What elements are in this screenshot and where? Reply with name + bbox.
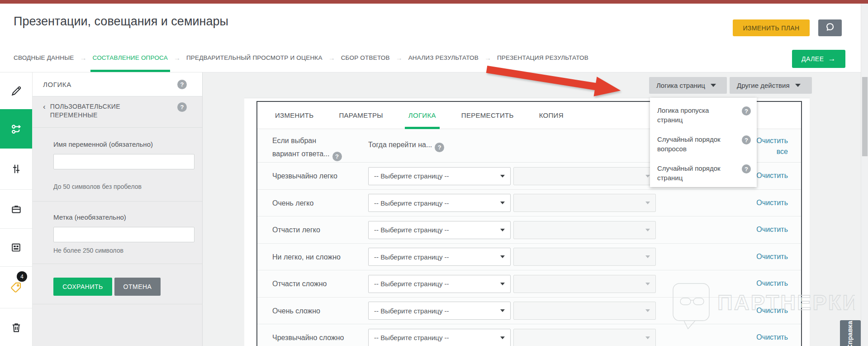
page-select-dropdown[interactable]: -- Выберите страницу --	[368, 275, 511, 293]
if-answer-header: Если выбран вариант ответа...?	[272, 134, 342, 161]
nav-arrow-icon: →	[484, 54, 491, 62]
variable-name-label: Имя переменной (обязательно)	[53, 140, 153, 148]
nav-step-0[interactable]: СВОДНЫЕ ДАННЫЕ	[14, 43, 74, 72]
help-icon[interactable]: ?	[435, 143, 444, 152]
app-window: Презентации, совещания и семинары ИЗМЕНИ…	[0, 0, 868, 346]
page-logic-dropdown-button[interactable]: Логика страниц	[649, 77, 727, 94]
page-select-dropdown[interactable]: -- Выберите страницу --	[368, 167, 511, 185]
menu-item[interactable]: Логика пропуска страниц ?	[650, 101, 757, 130]
panel-header: ЛОГИКА ?	[33, 72, 202, 96]
sliders-icon	[10, 163, 22, 175]
page-header: Презентации, совещания и семинары ИЗМЕНИ…	[0, 4, 868, 43]
tab-3[interactable]: ПЕРЕМЕСТИТЬ	[458, 102, 517, 129]
sidebar-item-logic[interactable]	[0, 109, 32, 149]
secondary-select-dropdown[interactable]	[513, 221, 656, 239]
variable-label-label: Метка (необязательно)	[53, 213, 126, 221]
secondary-select-dropdown[interactable]	[513, 329, 656, 346]
next-button[interactable]: ДАЛЕЕ →	[792, 50, 845, 68]
nav-step-4[interactable]: АНАЛИЗ РЕЗУЛЬТАТОВ	[408, 43, 479, 72]
trash-icon	[10, 322, 22, 333]
sidebar-item-bank[interactable]	[0, 189, 32, 228]
logic-panel: ЛОГИКА ? ‹ ПОЛЬЗОВАТЕЛЬСКИЕ ПЕРЕМЕННЫЕ ?…	[33, 72, 203, 346]
secondary-select-dropdown[interactable]	[513, 194, 656, 212]
secondary-select-dropdown[interactable]	[513, 248, 656, 266]
logic-row: Ни легко, ни сложно -- Выберите страницу…	[257, 244, 801, 271]
secondary-select-dropdown[interactable]	[513, 275, 656, 293]
sidebar-item-design[interactable]	[0, 72, 32, 109]
menu-item-label: Случайный порядок вопросов	[657, 135, 729, 154]
tab-2[interactable]: ЛОГИКА	[405, 102, 440, 129]
chat-button[interactable]	[818, 19, 842, 36]
help-icon[interactable]: ?	[742, 106, 751, 115]
page-select-dropdown[interactable]: -- Выберите страницу --	[368, 329, 511, 346]
help-icon[interactable]: ?	[177, 80, 187, 89]
sidebar-item-options[interactable]	[0, 149, 32, 189]
logic-row: Очень сложно -- Выберите страницу -- Очи…	[257, 298, 801, 325]
page-select-dropdown[interactable]: -- Выберите страницу --	[368, 194, 511, 212]
nav-arrow-icon: →	[174, 54, 180, 62]
help-tab[interactable]: Справка!	[840, 320, 861, 346]
help-icon[interactable]: ?	[332, 152, 342, 161]
tab-4[interactable]: КОПИЯ	[536, 102, 567, 129]
help-icon[interactable]: ?	[177, 102, 187, 112]
help-icon[interactable]: ?	[742, 164, 751, 173]
clear-row-link[interactable]: Очистить	[756, 199, 788, 207]
clear-row-link[interactable]: Очистить	[756, 307, 788, 315]
tab-0[interactable]: ИЗМЕНИТЬ	[271, 102, 317, 129]
logic-row: Отчасти легко -- Выберите страницу -- Оч…	[257, 216, 801, 244]
chevron-down-icon	[711, 84, 716, 87]
menu-item[interactable]: Случайный порядок страниц ?	[650, 159, 757, 187]
clear-row-link[interactable]: Очистить	[756, 333, 788, 341]
panel-subheader[interactable]: ‹ ПОЛЬЗОВАТЕЛЬСКИЕ ПЕРЕМЕННЫЕ ?	[33, 96, 202, 128]
other-actions-dropdown-button[interactable]: Другие действия	[730, 77, 812, 94]
cancel-button[interactable]: ОТМЕНА	[114, 278, 161, 296]
secondary-select-dropdown[interactable]	[513, 302, 656, 320]
next-button-label: ДАЛЕЕ	[802, 55, 824, 62]
secondary-select-dropdown[interactable]	[513, 167, 656, 185]
scrollbar[interactable]	[861, 4, 868, 346]
save-button[interactable]: СОХРАНИТЬ	[53, 278, 112, 296]
page-select-value: -- Выберите страницу --	[374, 280, 449, 288]
scrollbar-thumb[interactable]	[862, 77, 868, 156]
logic-rows: Чрезвычайно легко -- Выберите страницу -…	[257, 163, 801, 346]
sidebar-item-tags[interactable]: 4	[0, 266, 32, 308]
answer-option-label: Очень сложно	[272, 306, 320, 315]
clear-all-link[interactable]: Очистить все	[756, 135, 788, 157]
page-select-dropdown[interactable]: -- Выберите страницу --	[368, 248, 511, 266]
right-arrow-icon: →	[828, 54, 836, 63]
clear-row-link[interactable]: Очистить	[756, 226, 788, 234]
variable-name-input[interactable]	[53, 154, 194, 169]
nav-step-5[interactable]: ПРЕЗЕНТАЦИЯ РЕЗУЛЬТАТОВ	[497, 43, 588, 72]
page-select-dropdown[interactable]: -- Выберите страницу --	[368, 302, 511, 320]
nav-step-2[interactable]: ПРЕДВАРИТЕЛЬНЫЙ ПРОСМОТР И ОЦЕНКА	[186, 43, 323, 72]
logic-row: Отчасти сложно -- Выберите страницу -- О…	[257, 270, 801, 298]
page-select-dropdown[interactable]: -- Выберите страницу --	[368, 221, 511, 239]
clear-row-link[interactable]: Очистить	[756, 172, 788, 180]
nav-step-3[interactable]: СБОР ОТВЕТОВ	[341, 43, 390, 72]
sidebar-item-layout[interactable]	[0, 228, 32, 266]
menu-item[interactable]: Случайный порядок вопросов ?	[650, 130, 757, 159]
sidebar-item-trash[interactable]	[0, 308, 32, 346]
nav-arrow-icon: →	[328, 54, 335, 62]
variable-name-hint: До 50 символов без пробелов	[53, 183, 142, 190]
tab-1[interactable]: ПАРАМЕТРЫ	[335, 102, 386, 129]
page-title: Презентации, совещания и семинары	[14, 14, 228, 29]
clear-row-link[interactable]: Очистить	[756, 279, 788, 288]
panel-title: ЛОГИКА	[43, 81, 71, 88]
page-logic-menu: Логика пропуска страниц ? Случайный поря…	[650, 98, 757, 187]
help-icon[interactable]: ?	[742, 135, 751, 144]
workflow-navbar: СВОДНЫЕ ДАННЫЕ → СОСТАВЛЕНИЕ ОПРОСА → ПР…	[0, 43, 868, 72]
variable-label-input[interactable]	[53, 227, 194, 242]
change-plan-button[interactable]: ИЗМЕНИТЬ ПЛАН	[733, 19, 810, 36]
page-select-value: -- Выберите страницу --	[374, 226, 449, 234]
nav-step-1[interactable]: СОСТАВЛЕНИЕ ОПРОСА	[93, 43, 168, 72]
menu-item-label: Логика пропуска страниц	[657, 106, 729, 125]
page-select-value: -- Выберите страницу --	[374, 172, 449, 180]
back-chevron-icon[interactable]: ‹	[43, 102, 46, 127]
clear-row-link[interactable]: Очистить	[756, 253, 788, 261]
panel-subtitle: ПОЛЬЗОВАТЕЛЬСКИЕ ПЕРЕМЕННЫЕ	[50, 102, 163, 127]
brush-icon	[10, 85, 22, 97]
then-goto-header: Тогда перейти на...?	[368, 141, 444, 152]
variable-label-hint: Не более 250 символов	[53, 247, 123, 254]
nav-arrow-icon: →	[396, 54, 403, 62]
